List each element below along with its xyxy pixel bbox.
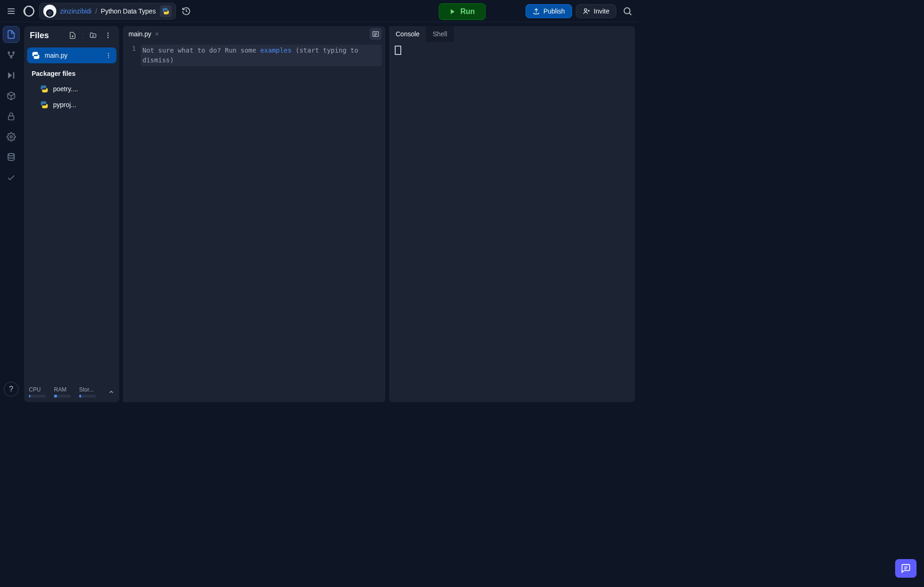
editor-panel: main.py × 1 Not sure what to do? Run som… (123, 26, 385, 402)
code-area[interactable]: Not sure what to do? Run some examples (… (141, 42, 385, 402)
files-more-button[interactable] (102, 30, 114, 41)
svg-point-9 (624, 7, 630, 13)
repl-name[interactable]: Python Data Types (101, 7, 156, 15)
file-more-icon[interactable] (105, 52, 112, 59)
console-panel: Console Shell (389, 26, 635, 402)
rail-settings-icon[interactable] (3, 128, 20, 145)
examples-link[interactable]: examples (260, 47, 291, 54)
run-button[interactable]: Run (438, 3, 486, 20)
breadcrumb-separator: / (95, 7, 97, 15)
rail-secrets-icon[interactable] (3, 108, 20, 125)
svg-point-19 (10, 136, 13, 138)
svg-point-25 (108, 33, 109, 34)
storage-meter: Stor... (79, 386, 99, 398)
console-cursor (395, 46, 401, 55)
files-body: main.py Packager files poetry.... pyproj… (24, 45, 119, 383)
python-badge-icon (160, 5, 172, 17)
tab-main-py[interactable]: main.py × (123, 26, 164, 42)
rail-debugger-icon[interactable] (3, 67, 20, 84)
svg-point-26 (108, 35, 109, 36)
replit-logo[interactable] (21, 4, 36, 19)
breadcrumb: zinzinzibidi / Python Data Types (39, 3, 176, 20)
hamburger-menu-button[interactable] (4, 4, 19, 19)
file-item-main[interactable]: main.py (27, 47, 116, 63)
rail-done-icon[interactable] (3, 169, 20, 186)
editor-tabs: main.py × (123, 26, 385, 42)
editor-format-button[interactable] (370, 28, 382, 40)
svg-point-6 (584, 8, 587, 11)
ram-meter: RAM (54, 386, 74, 398)
username-link[interactable]: zinzinzibidi (60, 7, 92, 15)
search-button[interactable] (620, 4, 635, 19)
header: zinzinzibidi / Python Data Types Run Pub… (0, 0, 639, 22)
main: ? Files : main.py Packager (0, 22, 639, 406)
help-button[interactable]: ? (4, 382, 19, 397)
svg-marker-15 (8, 72, 12, 78)
svg-point-20 (8, 154, 14, 156)
file-item-pyproject[interactable]: pyproj... (27, 97, 116, 113)
tab-shell[interactable]: Shell (426, 26, 453, 42)
close-tab-icon[interactable]: × (155, 30, 159, 38)
python-icon (40, 101, 48, 109)
new-file-button[interactable] (67, 30, 78, 41)
resource-expand-button[interactable] (108, 389, 115, 395)
tab-label: main.py (128, 30, 151, 38)
resource-footer: CPU RAM Stor... (24, 383, 119, 402)
file-item-poetry[interactable]: poetry.... (27, 81, 116, 97)
svg-rect-16 (13, 72, 14, 78)
new-folder-button[interactable] (88, 30, 99, 41)
packager-section-label: Packager files (27, 63, 116, 81)
tab-console[interactable]: Console (389, 26, 426, 42)
cpu-meter: CPU (29, 386, 48, 398)
rail-database-icon[interactable] (3, 149, 20, 166)
file-name: pyproj... (53, 101, 76, 108)
history-button[interactable] (179, 4, 194, 19)
svg-point-28 (108, 53, 109, 54)
svg-rect-18 (8, 116, 14, 120)
python-icon (40, 85, 48, 93)
files-panel: Files : main.py Packager files (24, 26, 119, 402)
publish-button[interactable]: Publish (526, 4, 572, 18)
hint-prefix: Not sure what to do? Run some (142, 47, 260, 54)
python-icon (32, 51, 40, 60)
svg-line-10 (629, 13, 632, 15)
editor-body[interactable]: 1 Not sure what to do? Run some examples… (123, 42, 385, 402)
invite-label: Invite (594, 7, 609, 15)
rail-version-control-icon[interactable] (3, 47, 20, 63)
left-rail: ? (0, 22, 22, 406)
files-header: Files : (24, 26, 119, 45)
line-number: 1 (123, 45, 136, 52)
run-label: Run (460, 7, 475, 16)
console-tabs: Console Shell (389, 26, 635, 42)
invite-button[interactable]: Invite (576, 4, 616, 18)
rail-packages-icon[interactable] (3, 88, 20, 104)
svg-point-30 (108, 57, 109, 58)
file-name: main.py (45, 52, 67, 59)
files-title: Files (30, 31, 63, 40)
publish-label: Publish (544, 7, 565, 15)
svg-point-27 (108, 37, 109, 38)
svg-point-12 (13, 52, 14, 53)
svg-marker-4 (451, 9, 454, 14)
console-body[interactable] (389, 42, 635, 402)
svg-point-29 (108, 55, 109, 56)
svg-point-11 (8, 52, 9, 53)
file-name: poetry.... (53, 85, 78, 93)
avatar[interactable] (43, 5, 56, 18)
svg-point-13 (10, 56, 12, 58)
line-gutter: 1 (123, 42, 141, 402)
rail-files-icon[interactable] (3, 26, 20, 43)
